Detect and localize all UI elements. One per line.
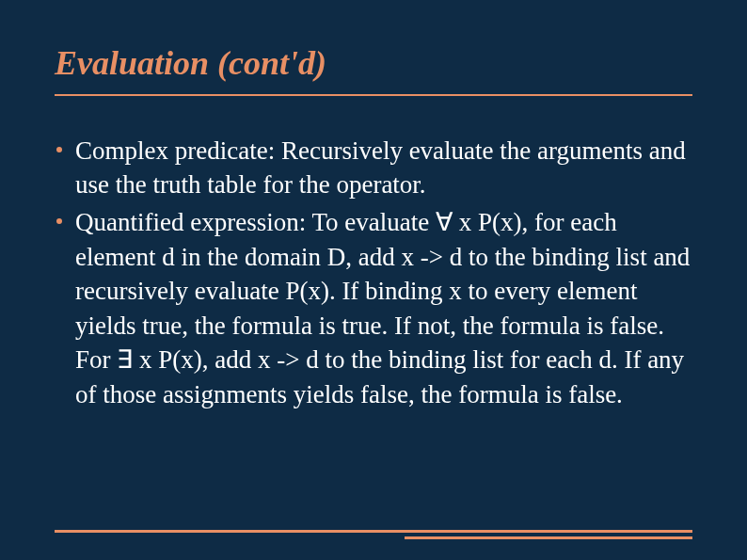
- divider-line: [55, 530, 692, 533]
- bullet-text: Quantified expression: To evaluate ∀ x P…: [75, 208, 690, 408]
- bullet-icon: [56, 218, 62, 224]
- list-item: Quantified expression: To evaluate ∀ x P…: [75, 205, 692, 411]
- bullet-list: Complex predicate: Recursively evaluate …: [55, 134, 692, 412]
- bullet-text: Complex predicate: Recursively evaluate …: [75, 136, 686, 199]
- list-item: Complex predicate: Recursively evaluate …: [75, 134, 692, 202]
- bullet-icon: [56, 147, 62, 152]
- slide-title: Evaluation (cont'd): [55, 45, 692, 96]
- footer-divider: [0, 530, 747, 539]
- divider-line: [405, 536, 692, 539]
- slide: Evaluation (cont'd) Complex predicate: R…: [0, 0, 747, 560]
